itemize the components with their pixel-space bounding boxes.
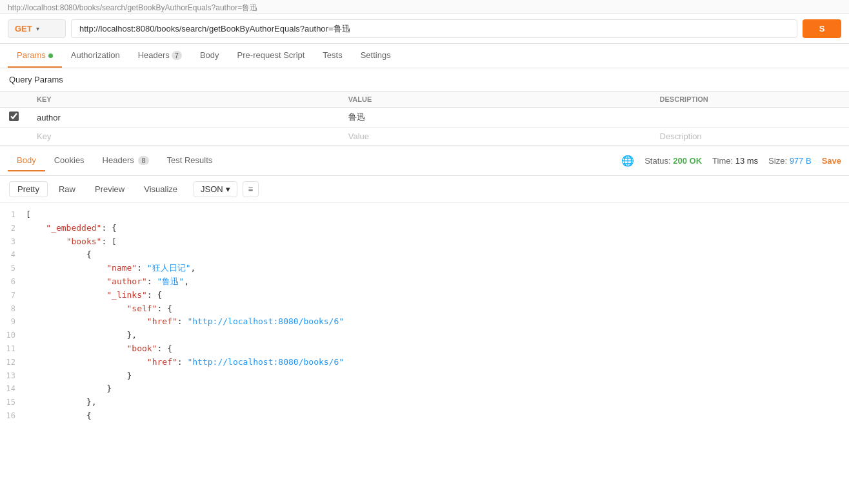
wrap-icon: ≡ [248,184,254,194]
code-line-6: 6 "author": "鲁迅", [0,275,849,289]
tab-headers[interactable]: Headers7 [129,44,191,68]
fmt-preview-button[interactable]: Preview [86,181,133,197]
resp-tab-headers[interactable]: Headers 8 [94,150,158,171]
method-label: GET [15,24,32,34]
param-desc-empty[interactable]: Description [651,128,849,146]
param-row-empty: Key Value Description [0,128,849,146]
param-checkbox[interactable] [9,111,19,121]
href-link-1[interactable]: http://localhost:8080/books/6 [192,316,339,326]
resp-tab-cookies[interactable]: Cookies [45,150,94,171]
headers-badge: 7 [172,51,182,60]
code-line-2: 2 "_embedded": { [0,222,849,235]
save-response-button[interactable]: Save [822,156,841,166]
format-bar: Pretty Raw Preview Visualize JSON ▾ ≡ [0,176,849,203]
wrap-button[interactable]: ≡ [243,181,259,197]
code-line-14: 14 } [0,382,849,396]
size-info: Size: 977 B [768,156,812,166]
param-value[interactable]: 鲁迅 [339,108,651,128]
href-link-2[interactable]: http://localhost:8080/books/6 [192,357,339,367]
col-value: VALUE [339,92,651,108]
code-line-9: 9 "href": "http://localhost:8080/books/6… [0,315,849,329]
query-params-label: Query Params [0,68,849,91]
url-input[interactable] [71,19,797,38]
param-checkbox-cell [0,108,28,128]
code-line-10: 10 }, [0,329,849,342]
status-label: Status: 200 OK [644,156,702,166]
format-label: JSON [201,184,223,194]
params-table: KEY VALUE DESCRIPTION author 鲁迅 Key Valu… [0,91,849,146]
time-info: Time: 13 ms [712,156,758,166]
param-description[interactable] [651,108,849,128]
format-selector[interactable]: JSON ▾ [194,181,237,197]
format-chevron-icon: ▾ [226,184,230,194]
code-line-13: 13 } [0,369,849,383]
tab-prerequest[interactable]: Pre-request Script [228,44,314,68]
tab-params[interactable]: Params [8,44,62,68]
status-value: 200 OK [673,156,702,166]
fmt-visualize-button[interactable]: Visualize [135,181,186,197]
params-dot [48,53,53,58]
tab-authorization[interactable]: Authorization [62,44,129,68]
response-tabs: Body Cookies Headers 8 Test Results [8,150,621,171]
code-line-15: 15 }, [0,396,849,409]
param-value-empty[interactable]: Value [339,128,651,146]
col-key: KEY [28,92,339,108]
resp-headers-badge: 8 [138,156,148,165]
col-description: DESCRIPTION [651,92,849,108]
resp-tab-body[interactable]: Body [8,150,45,171]
code-line-3: 3 "books": [ [0,235,849,249]
url-breadcrumb: http://localhost:8080/books/search/getBo… [0,0,849,14]
fmt-pretty-button[interactable]: Pretty [9,181,48,197]
code-line-8: 8 "self": { [0,302,849,316]
time-value: 13 ms [735,156,758,166]
chevron-down-icon: ▾ [36,25,39,32]
code-line-11: 11 "book": { [0,342,849,356]
code-line-7: 7 "_links": { [0,289,849,302]
fmt-raw-button[interactable]: Raw [50,181,84,197]
response-bar: Body Cookies Headers 8 Test Results 🌐 St… [0,146,849,176]
param-key-empty[interactable]: Key [28,128,339,146]
tab-tests[interactable]: Tests [314,44,351,68]
param-key[interactable]: author [28,108,339,128]
code-line-1: 1 [ [0,208,849,222]
request-bar: GET ▾ S [0,14,849,44]
resp-tab-testresults[interactable]: Test Results [158,150,222,171]
tab-settings[interactable]: Settings [352,44,400,68]
code-line-4: 4 { [0,248,849,262]
size-value: 977 B [790,156,812,166]
col-check [0,92,28,108]
tab-body[interactable]: Body [191,44,228,68]
code-line-5: 5 "name": "狂人日记", [0,262,849,275]
breadcrumb-url: http://localhost:8080/books/search/getBo… [8,3,257,12]
method-selector[interactable]: GET ▾ [8,19,66,38]
globe-icon: 🌐 [621,155,634,167]
request-tabs: Params Authorization Headers7 Body Pre-r… [0,44,849,68]
code-line-16: 16 { [0,409,849,423]
response-body: 1 [ 2 "_embedded": { 3 "books": [ 4 { 5 … [0,203,849,428]
status-area: 🌐 Status: 200 OK Time: 13 ms Size: 977 B… [621,155,841,167]
param-row-author: author 鲁迅 [0,108,849,128]
code-line-12: 12 "href": "http://localhost:8080/books/… [0,356,849,369]
send-button[interactable]: S [803,19,841,38]
